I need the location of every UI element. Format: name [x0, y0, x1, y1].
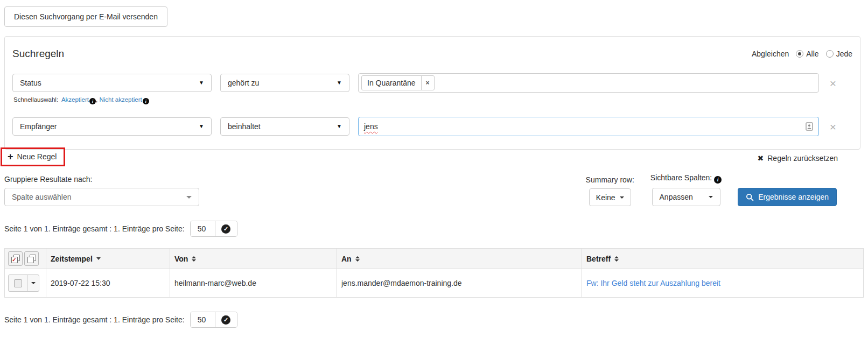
- chevron-down-icon: [709, 196, 713, 198]
- check-circle-icon: ✓: [221, 224, 230, 234]
- group-by-placeholder: Spalte auswählen: [12, 193, 72, 201]
- pagination-text: Seite 1 von 1. Einträge gesamt : 1. Eint…: [4, 315, 185, 324]
- value-tag-label: In Quarantäne: [362, 76, 421, 90]
- page-size-group: ✓: [190, 221, 237, 237]
- row-checkbox-button[interactable]: [9, 275, 27, 291]
- apply-page-size-button[interactable]: ✓: [215, 221, 237, 236]
- rule1-value-box[interactable]: In Quarantäne ×: [358, 73, 819, 93]
- info-icon[interactable]: i: [714, 176, 722, 184]
- visible-columns-value: Anpassen: [660, 193, 693, 201]
- group-by-select[interactable]: Spalte auswählen: [4, 188, 199, 206]
- row-select-cell: [5, 269, 46, 298]
- match-option-jede-label: Jede: [836, 50, 852, 58]
- red-check-icon: ✓: [12, 257, 16, 263]
- new-rule-button[interactable]: + Neue Regel: [8, 152, 57, 161]
- rule1-field-select[interactable]: Status ▼: [12, 74, 212, 92]
- summary-row-select[interactable]: Keine: [589, 188, 631, 206]
- match-mode-group: Abgleichen Alle Jede: [752, 50, 852, 58]
- sort-both-icon: [614, 256, 619, 262]
- to-cell: jens.mander@mdaemon-training.de: [337, 269, 582, 298]
- sort-both-icon: [355, 256, 360, 262]
- column-header-zeitstempel[interactable]: Zeitstempel: [46, 249, 170, 269]
- autofill-contact-icon[interactable]: [806, 122, 813, 131]
- dropdown-arrow-icon: ▼: [199, 124, 204, 129]
- select-all-icon: ✓: [11, 255, 20, 263]
- rule2-field-value: Empfänger: [20, 122, 57, 131]
- checkbox-icon: [14, 279, 22, 287]
- column-label: Betreff: [586, 255, 611, 263]
- search-rules-panel: Suchregeln Abgleichen Alle Jede Status ▼…: [4, 36, 860, 150]
- apply-page-size-button[interactable]: ✓: [215, 312, 237, 327]
- chevron-down-icon: [31, 282, 36, 284]
- group-by-control: Gruppiere Resultate nach: Spalte auswähl…: [4, 175, 199, 206]
- match-option-alle-label: Alle: [806, 50, 818, 58]
- results-controls-row: Gruppiere Resultate nach: Spalte auswähl…: [4, 173, 837, 206]
- column-label: Von: [174, 255, 188, 263]
- remove-rule-icon[interactable]: ×: [825, 121, 841, 132]
- plus-icon: +: [8, 152, 13, 161]
- summary-row-value: Keine: [596, 193, 615, 202]
- group-by-label: Gruppiere Resultate nach:: [4, 175, 199, 184]
- column-header-betreff[interactable]: Betreff: [582, 249, 864, 269]
- radio-unselected-icon: [826, 50, 834, 58]
- remove-rule-icon[interactable]: ×: [825, 78, 841, 89]
- rule-row-empfaenger: Empfänger ▼ beinhaltet ▼ jens ×: [12, 117, 852, 136]
- select-column-header: ✓: [5, 249, 46, 269]
- timestamp-cell: 2019-07-22 15:30: [46, 269, 170, 298]
- column-label: An: [341, 255, 352, 263]
- deselect-all-icon: [27, 255, 36, 263]
- summary-row-label: Summary row:: [586, 175, 634, 184]
- match-option-alle[interactable]: Alle: [796, 50, 818, 58]
- column-header-an[interactable]: An: [337, 249, 582, 269]
- tag-remove-icon[interactable]: ×: [421, 76, 434, 90]
- show-results-button[interactable]: Ergebnisse anzeigen: [738, 188, 837, 206]
- reset-x-icon: ✖: [758, 154, 764, 162]
- show-results-label: Ergebnisse anzeigen: [758, 193, 829, 201]
- subject-cell: Fw: Ihr Geld steht zur Auszahlung bereit: [582, 269, 864, 298]
- panel-title: Suchregeln: [12, 48, 64, 60]
- results-controls-right: Summary row: Keine Sichtbare Spalten:i A…: [586, 173, 837, 206]
- info-icon[interactable]: i: [89, 98, 96, 104]
- quick-select-akzeptiert-link[interactable]: Akzeptiert: [61, 96, 89, 103]
- results-table: ✓ Zeitstempel: [4, 248, 864, 298]
- send-search-email-button[interactable]: Diesen Suchvorgang per E-Mail versenden: [4, 6, 167, 27]
- pagination-top: Seite 1 von 1. Einträge gesamt : 1. Eint…: [4, 221, 868, 237]
- rule2-operator-value: beinhaltet: [228, 122, 261, 131]
- reset-rules-label: Regeln zurücksetzen: [767, 154, 838, 163]
- select-all-button[interactable]: ✓: [8, 251, 23, 266]
- sort-desc-icon: [96, 257, 101, 260]
- subject-link[interactable]: Fw: Ihr Geld steht zur Auszahlung bereit: [586, 279, 720, 287]
- rule2-value-input[interactable]: jens: [358, 117, 819, 136]
- summary-row-control: Summary row: Keine: [586, 175, 634, 206]
- sort-both-icon: [192, 256, 196, 262]
- visible-columns-label: Sichtbare Spalten:i: [650, 173, 722, 184]
- page-size-input[interactable]: [191, 312, 215, 327]
- table-row: 2019-07-22 15:30 heilmann-marc@web.de je…: [5, 269, 864, 298]
- quick-select-nicht-akzeptiert-link[interactable]: Nicht akzeptiert: [99, 96, 142, 103]
- row-actions-dropdown[interactable]: [27, 275, 39, 291]
- visible-columns-select[interactable]: Anpassen: [652, 188, 720, 206]
- page-size-input[interactable]: [191, 221, 215, 236]
- quick-select-line: Schnellauswahl: Akzeptierti, Nicht akzep…: [13, 96, 852, 104]
- rule1-field-value: Status: [20, 79, 41, 87]
- column-label: Zeitstempel: [51, 255, 93, 263]
- quick-select-label: Schnellauswahl:: [13, 96, 58, 103]
- visible-columns-control: Sichtbare Spalten:i Anpassen: [650, 173, 722, 206]
- match-option-jede[interactable]: Jede: [826, 50, 852, 58]
- dropdown-arrow-icon: ▼: [337, 80, 342, 86]
- from-cell: heilmann-marc@web.de: [170, 269, 337, 298]
- column-header-von[interactable]: Von: [170, 249, 337, 269]
- reset-rules-button[interactable]: ✖ Regeln zurücksetzen: [758, 154, 838, 163]
- rule2-value-text: jens: [364, 122, 378, 131]
- rule-row-status: Status ▼ gehört zu ▼ In Quarantäne × ×: [12, 73, 852, 93]
- visible-columns-label-text: Sichtbare Spalten:: [650, 173, 712, 182]
- page-size-group: ✓: [190, 312, 237, 328]
- pagination-text: Seite 1 von 1. Einträge gesamt : 1. Eint…: [4, 224, 185, 233]
- deselect-all-button[interactable]: [24, 251, 39, 266]
- dropdown-arrow-icon: ▼: [337, 124, 342, 129]
- rule2-field-select[interactable]: Empfänger ▼: [12, 117, 212, 136]
- table-header-row: ✓ Zeitstempel: [5, 249, 864, 269]
- rule1-operator-select[interactable]: gehört zu ▼: [220, 74, 349, 92]
- rule2-operator-select[interactable]: beinhaltet ▼: [220, 117, 349, 136]
- info-icon[interactable]: i: [143, 98, 149, 104]
